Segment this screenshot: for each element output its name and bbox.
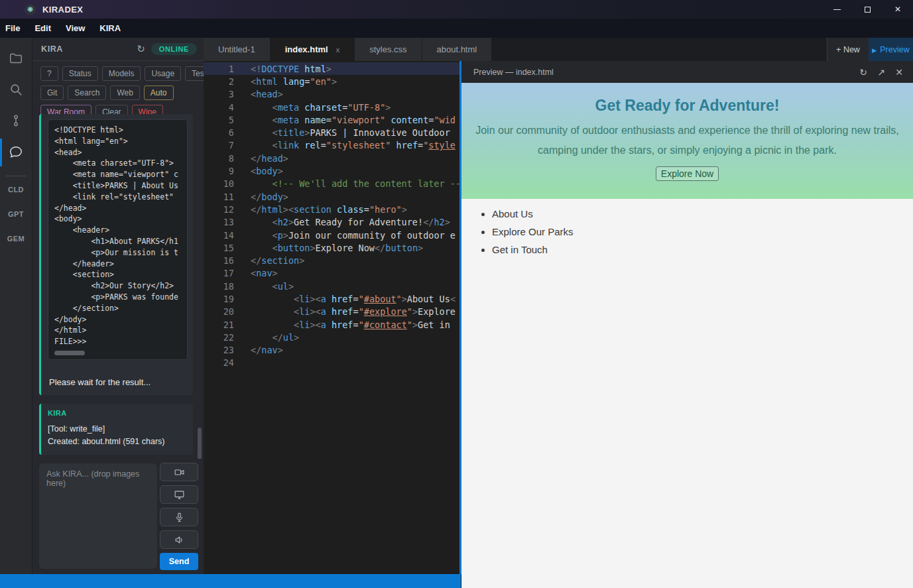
models-button[interactable]: Models	[102, 66, 141, 81]
line-code: <li><a href="#contact">Get in	[234, 320, 456, 330]
line-number: 24	[204, 357, 234, 368]
speaker-icon	[174, 534, 185, 546]
preview-nav-item-about-us[interactable]: About Us	[492, 208, 913, 219]
message-footer-text: Please wait for the result...	[49, 377, 188, 387]
editor-line: 18 <ul>	[204, 280, 459, 292]
message-line: Created: about.html (591 chars)	[48, 436, 188, 448]
editor-line: 17<nav>	[204, 267, 459, 280]
line-number: 14	[204, 230, 234, 241]
preview-content: Get Ready for Adventure! Join our commun…	[461, 83, 913, 588]
code-line: <link rel="stylesheet"	[54, 192, 181, 203]
video-icon	[174, 467, 185, 478]
code-line: <section>	[54, 269, 181, 280]
editor-line: 14 <p>Join our community of outdoor e	[204, 229, 459, 241]
tab-about-html[interactable]: about.html	[422, 38, 493, 61]
chat-input[interactable]	[39, 463, 157, 569]
line-code: </head>	[234, 153, 288, 164]
search-button[interactable]: Search	[68, 86, 106, 100]
line-number: 1	[204, 64, 234, 74]
code-line: <header>	[54, 225, 181, 236]
sidebar-header: KIRA ↻ ONLINE	[32, 38, 204, 61]
code-line: <meta name="viewport" c	[54, 169, 181, 180]
new-file-button[interactable]: + New	[827, 38, 869, 61]
line-number: 13	[204, 217, 234, 227]
line-code: </nav>	[234, 345, 283, 355]
line-code: <head>	[234, 89, 283, 99]
files-icon[interactable]	[0, 48, 32, 68]
web-button[interactable]: Web	[110, 86, 139, 100]
line-code: </section>	[234, 255, 304, 266]
editor-line: 15 <button>Explore Now</button>	[204, 241, 459, 254]
preview-nav-item-get-in-touch[interactable]: Get in Touch	[492, 244, 913, 255]
code-horizontal-scrollbar[interactable]	[54, 351, 85, 355]
editor-line: 22 </ul>	[204, 331, 459, 343]
code-line: <h2>Our Story</h2>	[54, 280, 181, 292]
message-line: [Tool: write_file]	[48, 423, 188, 436]
tab-label: styles.css	[369, 44, 406, 54]
usage-button[interactable]: Usage	[145, 66, 181, 81]
tab-label: index.html	[285, 44, 328, 54]
app-window: ❋ KIRADEX ✕ FileEditViewKIRA CLDGPTGEM K…	[0, 0, 913, 588]
app-title: KIRADEX	[42, 5, 83, 15]
search-icon[interactable]	[0, 80, 32, 99]
minimize-icon	[833, 9, 841, 10]
activity-divider	[6, 176, 26, 176]
code-line: </body>	[54, 314, 181, 325]
editor-line: 1<!DOCTYPE html>	[204, 62, 459, 75]
sidebar-item-cld[interactable]: CLD	[8, 186, 24, 194]
screen-button[interactable]	[160, 485, 198, 504]
toolbar-row: GitSearchWebAuto	[40, 86, 198, 100]
line-code: <li><a href="#explore">Explore	[234, 306, 456, 317]
menu-file[interactable]: File	[0, 23, 27, 33]
screen-icon	[174, 489, 185, 500]
code-line: <html lang="en">	[54, 136, 181, 147]
status-button[interactable]: Status	[62, 66, 98, 81]
tab-index-html[interactable]: index.htmlx	[271, 38, 355, 61]
preview-title: Preview — index.html	[473, 68, 554, 77]
video-button[interactable]	[160, 463, 198, 481]
preview-nav-item-explore-our-parks[interactable]: Explore Our Parks	[492, 226, 913, 237]
line-number: 11	[204, 192, 234, 202]
preview-refresh-icon[interactable]: ↻	[857, 67, 869, 78]
sidebar-item-gpt[interactable]: GPT	[8, 210, 24, 218]
code-lines: <!DOCTYPE html><html lang="en"><head> <m…	[54, 125, 181, 347]
speaker-button[interactable]	[160, 530, 198, 549]
tab-untitled-1[interactable]: Untitled-1	[204, 38, 271, 61]
editor-line: 20 <li><a href="#explore">Explore	[204, 306, 459, 318]
menu-bar: FileEditViewKIRA	[0, 19, 913, 38]
mic-icon	[174, 512, 185, 523]
--button[interactable]: ?	[40, 66, 58, 81]
editor-tab-bar: Untitled-1index.htmlxstyles.cssabout.htm…	[204, 38, 913, 61]
tab-label: about.html	[437, 44, 477, 54]
explore-now-button[interactable]: Explore Now	[656, 166, 719, 181]
close-button[interactable]: ✕	[883, 0, 913, 19]
git-button[interactable]: Git	[40, 86, 64, 100]
tab-close-icon[interactable]: x	[336, 46, 340, 54]
line-number: 20	[204, 306, 234, 317]
sidebar-item-gem[interactable]: GEM	[7, 235, 25, 243]
code-editor[interactable]: 1<!DOCTYPE html>2<html lang="en">3<head>…	[204, 61, 459, 574]
git-icon[interactable]	[0, 111, 32, 131]
chat-icon[interactable]	[0, 142, 32, 162]
menu-edit[interactable]: Edit	[27, 23, 58, 33]
hero-heading: Get Ready for Adventure!	[461, 83, 913, 115]
mic-button[interactable]	[160, 508, 198, 526]
tab-styles-css[interactable]: styles.css	[355, 38, 422, 61]
line-number: 19	[204, 294, 234, 304]
refresh-icon[interactable]: ↻	[137, 43, 145, 55]
line-number: 16	[204, 255, 234, 266]
maximize-button[interactable]	[852, 0, 883, 19]
open-external-icon[interactable]: ↗	[875, 67, 887, 78]
menu-view[interactable]: View	[58, 23, 92, 33]
minimize-button[interactable]	[822, 0, 852, 19]
menu-kira[interactable]: KIRA	[92, 23, 128, 33]
preview-toggle-button[interactable]: ▶Preview	[869, 38, 913, 61]
send-button[interactable]: Send	[160, 553, 198, 570]
auto-button[interactable]: Auto	[144, 86, 174, 100]
line-code: </ul>	[234, 332, 299, 343]
preview-close-icon[interactable]: ✕	[893, 67, 905, 78]
maximize-icon	[865, 7, 871, 13]
line-number: 22	[204, 332, 234, 343]
message-code-block: <!DOCTYPE html><html lang="en"><head> <m…	[48, 119, 188, 360]
line-number: 17	[204, 268, 234, 278]
